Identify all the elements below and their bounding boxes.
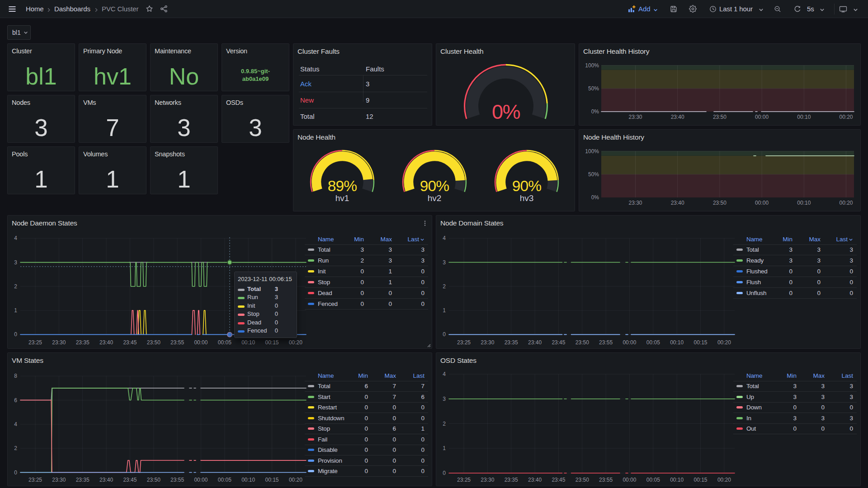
svg-text:hv3: hv3 <box>520 193 534 203</box>
svg-text:2: 2 <box>443 421 446 427</box>
svg-text:00:10: 00:10 <box>670 477 684 483</box>
svg-text:23:35: 23:35 <box>76 339 90 346</box>
svg-text:00:10: 00:10 <box>797 114 811 120</box>
svg-text:23:50: 23:50 <box>576 339 589 346</box>
svg-text:00:15: 00:15 <box>693 477 707 483</box>
svg-text:23:55: 23:55 <box>599 339 613 346</box>
svg-text:90%: 90% <box>420 178 449 194</box>
svg-text:3: 3 <box>443 259 446 266</box>
svg-text:00:20: 00:20 <box>289 339 302 346</box>
svg-text:23:55: 23:55 <box>599 477 613 483</box>
svg-text:8: 8 <box>14 373 17 379</box>
svg-text:2: 2 <box>14 445 17 451</box>
svg-text:23:55: 23:55 <box>170 477 184 483</box>
svg-text:hv1: hv1 <box>335 193 349 203</box>
svg-text:23:40: 23:40 <box>99 339 113 346</box>
svg-text:23:55: 23:55 <box>170 339 184 346</box>
svg-text:4: 4 <box>443 235 446 241</box>
svg-text:23:30: 23:30 <box>52 477 66 483</box>
svg-text:23:45: 23:45 <box>123 477 137 483</box>
svg-text:0: 0 <box>443 470 446 476</box>
svg-text:23:50: 23:50 <box>576 477 589 483</box>
svg-text:23:40: 23:40 <box>528 339 542 346</box>
svg-text:23:50: 23:50 <box>713 114 726 120</box>
svg-text:00:05: 00:05 <box>218 339 231 346</box>
svg-text:00:05: 00:05 <box>646 477 660 483</box>
svg-text:23:35: 23:35 <box>76 477 90 483</box>
svg-text:100%: 100% <box>585 62 599 69</box>
svg-text:23:30: 23:30 <box>628 200 642 206</box>
svg-text:00:20: 00:20 <box>839 200 853 206</box>
svg-text:23:40: 23:40 <box>99 477 113 483</box>
svg-text:23:30: 23:30 <box>628 114 642 120</box>
svg-text:00:05: 00:05 <box>646 339 660 346</box>
svg-text:00:10: 00:10 <box>797 200 811 206</box>
svg-text:23:25: 23:25 <box>28 339 42 346</box>
svg-text:00:05: 00:05 <box>218 477 231 483</box>
svg-text:0%: 0% <box>591 194 599 201</box>
svg-text:00:20: 00:20 <box>839 114 853 120</box>
svg-text:1: 1 <box>443 307 446 314</box>
svg-text:23:45: 23:45 <box>123 339 137 346</box>
svg-text:3: 3 <box>14 259 17 266</box>
svg-text:00:15: 00:15 <box>693 339 707 346</box>
svg-text:89%: 89% <box>328 178 357 194</box>
svg-text:00:00: 00:00 <box>623 477 636 483</box>
svg-text:00:00: 00:00 <box>755 114 769 120</box>
svg-text:23:30: 23:30 <box>481 477 494 483</box>
svg-text:23:30: 23:30 <box>52 339 66 346</box>
svg-text:00:00: 00:00 <box>755 200 769 206</box>
svg-text:00:15: 00:15 <box>265 477 278 483</box>
svg-text:1: 1 <box>14 307 17 314</box>
svg-text:2: 2 <box>443 283 446 290</box>
svg-text:3: 3 <box>443 396 446 402</box>
svg-text:23:50: 23:50 <box>713 200 726 206</box>
svg-text:00:00: 00:00 <box>194 477 208 483</box>
svg-text:0: 0 <box>14 331 17 338</box>
svg-text:2: 2 <box>14 283 17 290</box>
svg-text:23:40: 23:40 <box>671 114 684 120</box>
svg-text:23:30: 23:30 <box>481 339 494 346</box>
svg-text:0: 0 <box>14 469 17 476</box>
svg-text:00:20: 00:20 <box>289 477 302 483</box>
svg-text:00:15: 00:15 <box>265 339 278 346</box>
svg-text:4: 4 <box>14 235 17 241</box>
svg-text:23:25: 23:25 <box>457 477 471 483</box>
svg-text:50%: 50% <box>588 85 599 92</box>
svg-text:00:00: 00:00 <box>194 339 208 346</box>
svg-text:23:40: 23:40 <box>528 477 542 483</box>
svg-text:23:45: 23:45 <box>552 477 565 483</box>
svg-text:4: 4 <box>443 371 446 377</box>
svg-text:50%: 50% <box>588 171 599 178</box>
svg-text:23:50: 23:50 <box>147 339 160 346</box>
svg-text:100%: 100% <box>585 148 599 155</box>
svg-text:hv2: hv2 <box>428 193 442 203</box>
svg-text:1: 1 <box>443 445 446 451</box>
svg-text:0%: 0% <box>591 108 599 115</box>
svg-text:00:00: 00:00 <box>623 339 636 346</box>
svg-text:23:25: 23:25 <box>457 339 471 346</box>
svg-text:0: 0 <box>443 331 446 338</box>
svg-text:90%: 90% <box>512 178 542 194</box>
svg-text:23:35: 23:35 <box>505 477 518 483</box>
svg-text:23:35: 23:35 <box>505 339 518 346</box>
svg-text:23:50: 23:50 <box>147 477 160 483</box>
svg-text:00:20: 00:20 <box>717 477 731 483</box>
svg-text:00:10: 00:10 <box>241 339 255 346</box>
svg-text:6: 6 <box>14 397 17 404</box>
svg-text:00:10: 00:10 <box>670 339 684 346</box>
svg-text:4: 4 <box>14 421 17 427</box>
svg-text:00:10: 00:10 <box>241 477 255 483</box>
svg-text:23:25: 23:25 <box>28 477 42 483</box>
svg-text:23:40: 23:40 <box>671 200 684 206</box>
svg-text:0%: 0% <box>492 100 520 123</box>
svg-text:23:45: 23:45 <box>552 339 565 346</box>
svg-text:00:20: 00:20 <box>717 339 731 346</box>
